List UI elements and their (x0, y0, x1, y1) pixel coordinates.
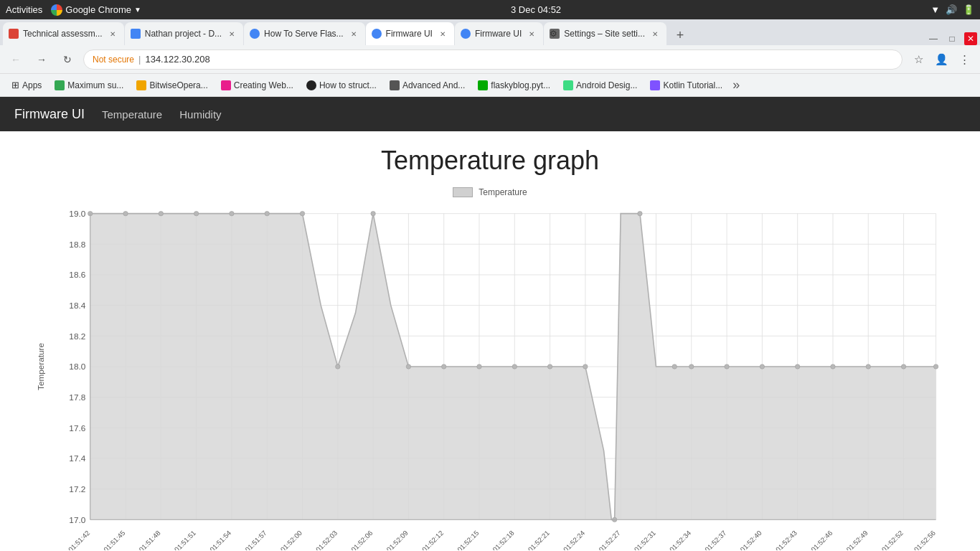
bookmark-icon-5 (306, 80, 316, 90)
chart-svg-wrapper: 19.0 18.8 18.6 18.4 18.2 18.0 17.8 17.6 … (29, 206, 951, 550)
new-tab-button[interactable]: + (670, 25, 690, 45)
tab-label-3: How To Serve Flas... (264, 29, 343, 39)
bookmark-advanced-label: Advanced And... (402, 80, 465, 90)
nav-temperature[interactable]: Temperature (102, 105, 162, 123)
svg-text:01:51:45: 01:51:45 (102, 529, 126, 550)
bookmark-maximum-label: Maximum su... (67, 80, 123, 90)
bookmark-bitwise-label: BitwiseOpera... (149, 80, 207, 90)
tab-label-2: Nathan project - D... (145, 29, 222, 39)
data-point (672, 364, 677, 369)
svg-text:01:52:46: 01:52:46 (809, 529, 834, 550)
data-point (512, 364, 517, 369)
tab-favicon-4 (372, 29, 382, 39)
tab-nathan[interactable]: Nathan project - D... ✕ (125, 22, 243, 45)
chrome-icon (51, 4, 62, 16)
tab-favicon-6: ⚙ (550, 29, 560, 39)
svg-text:01:51:48: 01:51:48 (137, 529, 161, 550)
bookmark-icon-3 (136, 80, 146, 90)
bookmark-star-button[interactable]: ☆ (908, 50, 928, 70)
address-actions: ☆ 👤 ⋮ (908, 50, 974, 70)
menu-button[interactable]: ⋮ (954, 50, 974, 70)
tab-close-5[interactable]: ✕ (526, 28, 537, 39)
bookmark-icon-4 (221, 80, 231, 90)
tab-close-1[interactable]: ✕ (107, 28, 118, 39)
bookmark-android[interactable]: Android Desig... (557, 79, 643, 92)
bookmark-icon-6 (390, 80, 400, 90)
tab-flask[interactable]: How To Serve Flas... ✕ (244, 22, 364, 45)
data-point (547, 364, 552, 369)
bookmarks-more-button[interactable]: » (730, 77, 743, 93)
datetime-display: 3 Dec 04:52 (511, 4, 561, 15)
data-point (689, 364, 694, 369)
svg-text:01:52:03: 01:52:03 (314, 529, 339, 550)
bookmark-icon-8 (563, 80, 573, 90)
bookmark-apps[interactable]: ⊞ Apps (6, 78, 47, 92)
data-point (406, 364, 410, 369)
bookmark-howtostruct-label: How to struct... (319, 80, 377, 90)
bookmark-icon-2 (55, 80, 65, 90)
reload-button[interactable]: ↻ (57, 50, 77, 70)
bookmark-apps-label: Apps (22, 80, 42, 90)
tab-close-6[interactable]: ✕ (649, 28, 661, 39)
data-point (300, 211, 304, 215)
minimize-button[interactable]: — (927, 32, 940, 45)
bookmark-bitwise[interactable]: BitwiseOpera... (131, 79, 213, 92)
data-point (725, 364, 729, 369)
tab-close-3[interactable]: ✕ (348, 28, 359, 39)
data-point (194, 211, 198, 215)
bookmark-kotlin[interactable]: Kotlin Tutorial... (644, 79, 728, 92)
security-indicator: Not secure (93, 55, 134, 65)
tab-firmware-active[interactable]: Firmware UI ✕ (366, 22, 454, 45)
url-bar[interactable]: Not secure | 134.122.30.208 (83, 50, 903, 70)
back-button[interactable]: ← (6, 50, 26, 70)
temperature-chart: 19.0 18.8 18.6 18.4 18.2 18.0 17.8 17.6 … (29, 206, 951, 550)
tab-settings[interactable]: ⚙ Settings – Site setti... ✕ (544, 22, 666, 45)
bookmark-flaskyblog-label: flaskyblog.pyt... (491, 80, 550, 90)
svg-text:17.0: 17.0 (69, 515, 85, 524)
nav-humidity[interactable]: Humidity (179, 105, 221, 123)
data-point (441, 364, 446, 369)
tab-close-4[interactable]: ✕ (437, 28, 448, 39)
forward-button[interactable]: → (32, 50, 52, 70)
svg-text:01:52:43: 01:52:43 (774, 529, 798, 550)
chart-title: Temperature graph (29, 146, 951, 176)
data-point (831, 364, 835, 369)
tab-favicon-2 (131, 29, 141, 39)
close-button[interactable]: ✕ (964, 32, 977, 45)
tab-label-1: Technical assessm... (23, 29, 103, 39)
data-point (477, 364, 481, 369)
maximize-button[interactable]: □ (946, 32, 958, 45)
data-point (123, 211, 128, 215)
tab-firmware-2[interactable]: Firmware UI ✕ (455, 22, 543, 45)
window-controls: — □ ✕ (927, 32, 977, 45)
chart-container: Temperature graph Temperature (0, 131, 980, 551)
bookmark-maximum[interactable]: Maximum su... (49, 79, 129, 92)
svg-text:01:52:56: 01:52:56 (913, 529, 937, 550)
bookmark-creating-label: Creating Web... (234, 80, 293, 90)
tab-label-6: Settings – Site setti... (564, 29, 645, 39)
profile-button[interactable]: 👤 (931, 50, 951, 70)
tab-close-2[interactable]: ✕ (226, 28, 237, 39)
data-point (901, 364, 905, 369)
page-content: Firmware UI Temperature Humidity Tempera… (0, 97, 980, 551)
svg-text:01:52:40: 01:52:40 (738, 529, 763, 550)
svg-text:18.0: 18.0 (69, 362, 85, 371)
svg-text:18.8: 18.8 (69, 240, 85, 249)
activities-label[interactable]: Activities (6, 4, 42, 15)
tab-technical[interactable]: Technical assessm... ✕ (3, 22, 124, 45)
bookmark-flaskyblog[interactable]: flaskyblog.pyt... (472, 79, 556, 92)
bookmark-advanced[interactable]: Advanced And... (384, 79, 471, 92)
data-point (371, 211, 375, 215)
data-point (638, 211, 642, 215)
data-point (795, 364, 799, 369)
svg-text:01:52:31: 01:52:31 (633, 529, 657, 550)
svg-text:01:52:37: 01:52:37 (703, 529, 727, 550)
bookmark-howtostruct[interactable]: How to struct... (301, 79, 382, 92)
data-point (933, 364, 938, 369)
svg-text:01:51:57: 01:51:57 (243, 529, 268, 550)
bookmark-creating[interactable]: Creating Web... (215, 79, 299, 92)
data-point (583, 364, 588, 369)
battery-icon: 🔋 (963, 4, 974, 15)
legend-label: Temperature (479, 187, 527, 197)
chrome-dropdown-icon[interactable]: ▼ (134, 6, 141, 14)
